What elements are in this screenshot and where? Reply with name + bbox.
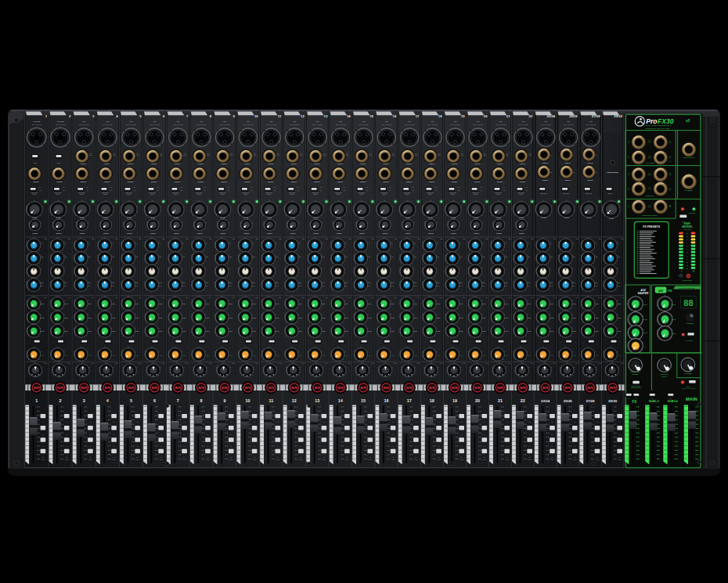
svg-text:BLEND: BLEND	[632, 373, 639, 375]
svg-text:12: 12	[301, 114, 305, 118]
svg-text:20: 20	[475, 398, 480, 403]
svg-text:BAL/: BAL/	[648, 172, 651, 174]
svg-text:FX MUTE: FX MUTE	[685, 340, 693, 341]
svg-text:8: 8	[200, 398, 203, 403]
svg-text:88: 88	[683, 298, 693, 308]
svg-text:BREAK: BREAK	[687, 386, 691, 387]
svg-text:UNBAL: UNBAL	[647, 141, 651, 142]
svg-text:10: 10	[246, 398, 250, 403]
svg-text:MON1: MON1	[672, 304, 676, 305]
svg-text:13: 13	[315, 398, 319, 403]
svg-text:v3: v3	[686, 119, 690, 123]
svg-text:30-CHANNEL PROFESSIONAL: 30-CHANNEL PROFESSIONAL	[646, 124, 672, 126]
svg-text:MON(PHONES): MON(PHONES)	[632, 386, 641, 387]
svg-text:80Hz: 80Hz	[618, 286, 621, 286]
svg-text:GAIN: GAIN	[609, 218, 614, 219]
svg-text:23/24: 23/24	[541, 399, 550, 403]
svg-text:(PRE-FADER): (PRE-FADER)	[683, 229, 692, 230]
svg-text:↓: ↓	[605, 341, 606, 344]
svg-text:9: 9	[223, 398, 225, 403]
svg-text:UNBAL: UNBAL	[647, 206, 651, 207]
svg-text:MON(1/2/3)/FX(1/2): MON(1/2/3)/FX(1/2)	[630, 372, 641, 372]
svg-text:1: 1	[35, 398, 38, 403]
svg-text:5: 5	[130, 398, 132, 403]
svg-text:GIG: GIG	[658, 290, 664, 293]
svg-text:MON3: MON3	[617, 330, 621, 332]
svg-text:BAL/: BAL/	[648, 155, 651, 157]
svg-text:3: 3	[83, 398, 85, 403]
svg-text:13: 13	[324, 114, 328, 118]
svg-text:FX: FX	[668, 289, 672, 293]
svg-text:19: 19	[452, 398, 457, 403]
svg-text:PRESETS: PRESETS	[687, 322, 694, 324]
svg-text:SUB OUT: SUB OUT	[645, 195, 654, 197]
svg-text:SUB3-4: SUB3-4	[668, 400, 678, 403]
svg-text:12: 12	[292, 398, 297, 403]
svg-text:16: 16	[384, 398, 388, 403]
svg-text:USB 3-4: USB 3-4	[607, 193, 613, 194]
svg-text:27/28: 27/28	[586, 399, 596, 403]
svg-text:METERS: METERS	[682, 225, 692, 229]
svg-text:ROOM: ROOM	[661, 376, 667, 377]
svg-text:BAL/: BAL/	[648, 139, 651, 141]
svg-text:22: 22	[529, 114, 533, 118]
svg-text:R: R	[693, 270, 694, 273]
svg-text:LINE IN 29/30: LINE IN 29/30	[607, 171, 618, 173]
svg-text:POWER: POWER	[689, 212, 696, 214]
svg-text:FOOT SWITCH: FOOT SWITCH	[683, 157, 695, 158]
svg-text:UNBAL: UNBAL	[647, 188, 651, 189]
svg-text:CONTROL ROOM: CONTROL ROOM	[631, 387, 642, 388]
svg-text:15: 15	[369, 114, 373, 118]
svg-text:CONTROL ROOM: CONTROL ROOM	[642, 214, 658, 217]
svg-text:16: 16	[393, 114, 397, 118]
svg-text:MON3: MON3	[672, 333, 676, 334]
svg-text:CONTROL: CONTROL	[660, 373, 669, 375]
svg-text:Pro: Pro	[646, 117, 657, 125]
svg-text:PHONES: PHONES	[685, 189, 694, 192]
svg-text:25/26: 25/26	[564, 399, 573, 403]
svg-text:11: 11	[268, 398, 273, 403]
svg-text:17: 17	[416, 114, 420, 118]
svg-text:27/28: 27/28	[592, 114, 600, 118]
svg-text:FX: FX	[632, 400, 638, 404]
svg-text:22: 22	[521, 398, 525, 403]
svg-text:14: 14	[338, 398, 343, 403]
svg-text:18: 18	[438, 114, 442, 118]
svg-text:BAL/: BAL/	[648, 204, 651, 206]
svg-text:MON2: MON2	[643, 318, 647, 320]
svg-text:17: 17	[407, 398, 412, 403]
svg-text:25/26: 25/26	[569, 114, 578, 118]
svg-text:20: 20	[484, 114, 488, 118]
svg-text:29/30: 29/30	[608, 399, 618, 403]
svg-text:29/30: 29/30	[614, 114, 622, 118]
svg-text:2: 2	[59, 398, 62, 403]
svg-text:7: 7	[177, 398, 179, 403]
svg-text:18: 18	[430, 398, 434, 403]
svg-text:19: 19	[461, 114, 465, 118]
svg-text:15: 15	[361, 398, 366, 403]
svg-text:21: 21	[498, 398, 503, 403]
svg-text:1-2: 1-2	[628, 398, 630, 399]
svg-text:23/24: 23/24	[546, 114, 555, 118]
svg-text:10: 10	[254, 114, 258, 118]
svg-text:MON2: MON2	[672, 318, 676, 320]
svg-text:MASTER: MASTER	[638, 292, 649, 295]
svg-text:MAIN: MAIN	[686, 397, 697, 401]
svg-text:R: R	[669, 205, 671, 208]
svg-text:SUB1-2: SUB1-2	[649, 400, 659, 403]
svg-text:(MUTES ALL CHANNELS): (MUTES ALL CHANNELS)	[682, 387, 695, 389]
svg-text:FX PRESETS: FX PRESETS	[643, 225, 660, 229]
svg-text:6: 6	[153, 398, 156, 403]
svg-text:UNBAL: UNBAL	[647, 174, 651, 175]
svg-text:EFFECTS ENGINE: EFFECTS ENGINE	[679, 287, 695, 289]
svg-text:MON3: MON3	[643, 332, 647, 333]
svg-text:MON1: MON1	[617, 303, 621, 304]
svg-text:RUDE SOLO: RUDE SOLO	[683, 279, 693, 281]
svg-text:PHONES: PHONES	[684, 372, 692, 374]
svg-text:3-4: 3-4	[636, 398, 638, 399]
svg-text:4: 4	[106, 398, 109, 403]
svg-text:LOW: LOW	[618, 282, 621, 283]
svg-text:11: 11	[278, 114, 282, 118]
svg-text:UNBAL: UNBAL	[647, 157, 651, 158]
svg-text:AUX OUT: AUX OUT	[645, 162, 654, 164]
